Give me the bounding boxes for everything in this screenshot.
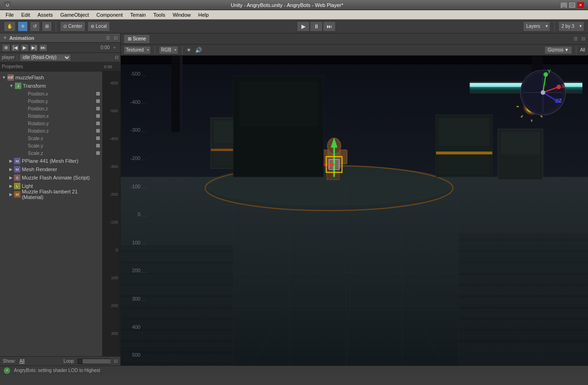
move-tool-btn[interactable]: ✛ bbox=[18, 21, 28, 32]
muzzleanim-icon: S bbox=[14, 174, 20, 181]
anim-next-key-btn[interactable]: ▶| bbox=[30, 44, 38, 51]
svg-text:-300: -300 bbox=[131, 127, 141, 133]
tree-arrow-light: ▶ bbox=[9, 184, 13, 188]
animation-panel-title: Animation bbox=[9, 35, 104, 41]
tree-label-meshrenderer: Mesh Renderer bbox=[22, 167, 57, 172]
rotate-tool-btn[interactable]: ↺ bbox=[30, 21, 40, 32]
anim-end-icon[interactable]: ⊟ bbox=[114, 359, 118, 364]
scene-tab-toolbar: ⊞ Scene ☰ ⊟ bbox=[121, 33, 588, 45]
svg-rect-43 bbox=[121, 317, 233, 320]
svg-text:400: 400 bbox=[132, 324, 140, 330]
tree-item-pplane[interactable]: ▶ M PPlane 441 (Mesh Filter) bbox=[0, 157, 102, 165]
panel-pin-icon[interactable]: ⊟ bbox=[114, 35, 118, 40]
gizmos-label: Gizmos bbox=[548, 47, 563, 52]
svg-text:500: 500 bbox=[132, 352, 140, 358]
timeline-header: Properties 0:00 5 bbox=[0, 62, 120, 71]
prop-scale-x[interactable]: Scale.x bbox=[0, 135, 102, 142]
animation-bottom-bar: Show: All Loop ⊟ bbox=[0, 356, 120, 366]
scene-canvas[interactable]: X Y Z -600 -50 bbox=[121, 56, 588, 366]
svg-rect-91 bbox=[329, 160, 339, 170]
menu-component[interactable]: Component bbox=[92, 10, 126, 19]
color-mode-select[interactable]: RGB bbox=[159, 46, 178, 54]
scene-view: ⊞ Scene ☰ ⊟ Textured RGB ☀ 🔊 bbox=[121, 33, 588, 366]
clip-selector[interactable]: idle (Read-Only) bbox=[20, 54, 71, 61]
animation-panel: ▼ Animation ☰ ⊟ ⊕ |◀ ▶ ▶| ⏭ 0:00 ▼ playe… bbox=[0, 33, 121, 366]
clip-selector-wrap: idle (Read-Only) bbox=[20, 54, 71, 61]
tree-item-muzzleanim[interactable]: ▶ S Muzzle Flash Animate (Script) bbox=[0, 173, 102, 182]
hand-tool-btn[interactable]: ✋ bbox=[4, 21, 16, 32]
scene-menu-icon[interactable]: ☰ bbox=[574, 36, 578, 41]
scale-p300: 300 bbox=[111, 331, 118, 336]
pause-btn[interactable]: ⏸ bbox=[310, 21, 323, 32]
tree-label-pplane: PPlane 441 (Mesh Filter) bbox=[22, 158, 78, 164]
prop-scale-y[interactable]: Scale.y bbox=[0, 142, 102, 149]
play-btn[interactable]: ▶ bbox=[297, 21, 310, 32]
menu-help[interactable]: Help bbox=[195, 10, 213, 19]
anim-add-key-btn[interactable]: ⊕ bbox=[2, 44, 10, 51]
meshrenderer-icon: M bbox=[14, 166, 20, 173]
tree-label-transform: Transform bbox=[23, 83, 46, 89]
prop-rotation-z[interactable]: Rotation.z bbox=[0, 127, 102, 135]
tree-item-transform[interactable]: ▼ J Transform bbox=[0, 82, 102, 90]
svg-rect-54 bbox=[458, 261, 588, 263]
scene-tab[interactable]: ⊞ Scene bbox=[124, 34, 150, 44]
svg-text:-100: -100 bbox=[131, 184, 141, 189]
anim-last-btn[interactable]: ⏭ bbox=[39, 44, 47, 51]
menu-edit[interactable]: Edit bbox=[18, 10, 34, 19]
tree-item-muzzleflash[interactable]: ▼ mF muzzleFlash bbox=[0, 73, 102, 82]
menu-assets[interactable]: Assets bbox=[34, 10, 57, 19]
tree-item-material[interactable]: ▶ M Muzzle Flash-lambert 21 (Material) bbox=[0, 190, 102, 199]
svg-rect-61 bbox=[458, 340, 588, 342]
anim-options-icon[interactable]: ⊟ bbox=[115, 55, 118, 60]
svg-rect-76 bbox=[439, 147, 490, 174]
pplane-icon: M bbox=[14, 158, 20, 164]
menu-bar: File Edit Assets GameObject Component Te… bbox=[0, 10, 588, 19]
hierarchy-tree: ▼ mF muzzleFlash ▼ J Transform Position.… bbox=[0, 71, 102, 356]
svg-rect-59 bbox=[458, 317, 588, 320]
layers-dropdown[interactable]: Layers bbox=[523, 21, 550, 32]
step-btn[interactable]: ⏭ bbox=[323, 21, 336, 32]
gizmos-btn[interactable]: Gizmos ▼ bbox=[544, 46, 572, 54]
maximize-btn[interactable]: □ bbox=[568, 2, 576, 8]
menu-terrain[interactable]: Terrain bbox=[126, 10, 150, 19]
prop-rotation-y[interactable]: Rotation.y bbox=[0, 120, 102, 127]
panel-collapse-icon[interactable]: ▼ bbox=[3, 35, 7, 40]
close-btn[interactable]: ✕ bbox=[577, 2, 584, 8]
svg-rect-42 bbox=[121, 306, 233, 308]
tree-arrow-muzzleflash: ▼ bbox=[2, 75, 6, 80]
local-btn[interactable]: ⊚ Local bbox=[87, 21, 110, 32]
menu-file[interactable]: File bbox=[2, 10, 18, 19]
color-mode-wrap: RGB bbox=[159, 46, 178, 54]
svg-rect-57 bbox=[458, 295, 588, 297]
prop-position-z[interactable]: Position.z bbox=[0, 105, 102, 112]
layout-dropdown-wrap: 2 by 3 bbox=[558, 21, 584, 32]
prop-position-x[interactable]: Position.x bbox=[0, 90, 102, 97]
prop-scale-z[interactable]: Scale.z bbox=[0, 149, 102, 157]
menu-gameobject[interactable]: GameObject bbox=[57, 10, 93, 19]
menu-window[interactable]: Window bbox=[169, 10, 195, 19]
animation-player-row: player | idle (Read-Only) ⊟ bbox=[0, 53, 120, 62]
view-mode-select[interactable]: Textured bbox=[124, 46, 151, 54]
svg-text:300: 300 bbox=[132, 296, 140, 302]
layout-dropdown[interactable]: 2 by 3 bbox=[558, 21, 584, 32]
anim-play-btn[interactable]: ▶ bbox=[20, 44, 29, 51]
center-btn[interactable]: ⊙ Center bbox=[60, 21, 85, 32]
minimize-btn[interactable]: _ bbox=[560, 2, 568, 8]
status-message: AngryBots: setting shader LOD to Highest bbox=[14, 368, 100, 373]
material-icon: M bbox=[14, 191, 20, 198]
menu-tools[interactable]: Tools bbox=[150, 10, 169, 19]
show-value[interactable]: All bbox=[20, 359, 25, 364]
alpha-icon[interactable]: ☀ bbox=[186, 47, 191, 53]
scale-tool-btn[interactable]: ⊞ bbox=[42, 21, 52, 32]
prop-position-y[interactable]: Position.y bbox=[0, 97, 102, 105]
scene-audio-icon[interactable]: 🔊 bbox=[195, 47, 202, 53]
scene-pin-icon[interactable]: ⊟ bbox=[581, 36, 585, 41]
key-scaleX bbox=[96, 136, 100, 141]
tree-item-meshrenderer[interactable]: ▶ M Mesh Renderer bbox=[0, 165, 102, 173]
svg-rect-51 bbox=[458, 233, 588, 366]
tree-arrow-muzzleanim: ▶ bbox=[9, 175, 13, 180]
prop-rotation-x[interactable]: Rotation.x bbox=[0, 112, 102, 120]
panel-menu-icon[interactable]: ☰ bbox=[106, 35, 110, 40]
anim-scrollbar[interactable] bbox=[78, 359, 110, 364]
anim-prev-key-btn[interactable]: |◀ bbox=[11, 44, 20, 51]
